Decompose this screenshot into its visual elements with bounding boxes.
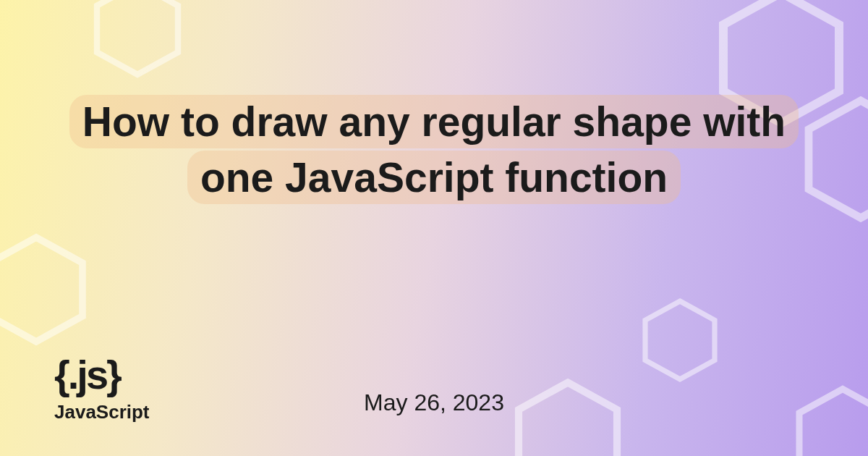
svg-marker-6 [799, 389, 868, 457]
svg-marker-0 [97, 0, 178, 75]
hexagon-decoration [87, 0, 188, 80]
svg-marker-3 [0, 237, 82, 342]
svg-marker-4 [645, 301, 715, 379]
js-logo-label: JavaScript [54, 401, 150, 423]
svg-marker-2 [809, 101, 868, 218]
article-title-container: How to draw any regular shape with one J… [54, 94, 814, 206]
hexagon-decoration [637, 297, 723, 384]
hexagon-decoration [506, 376, 629, 456]
article-title: How to draw any regular shape with one J… [69, 95, 799, 204]
hexagon-decoration [788, 384, 868, 456]
javascript-logo: {.js} JavaScript [54, 355, 150, 423]
js-logo-icon: {.js} [54, 355, 150, 395]
svg-marker-5 [519, 383, 617, 457]
publish-date: May 26, 2023 [364, 389, 504, 416]
hexagon-decoration [0, 232, 94, 347]
